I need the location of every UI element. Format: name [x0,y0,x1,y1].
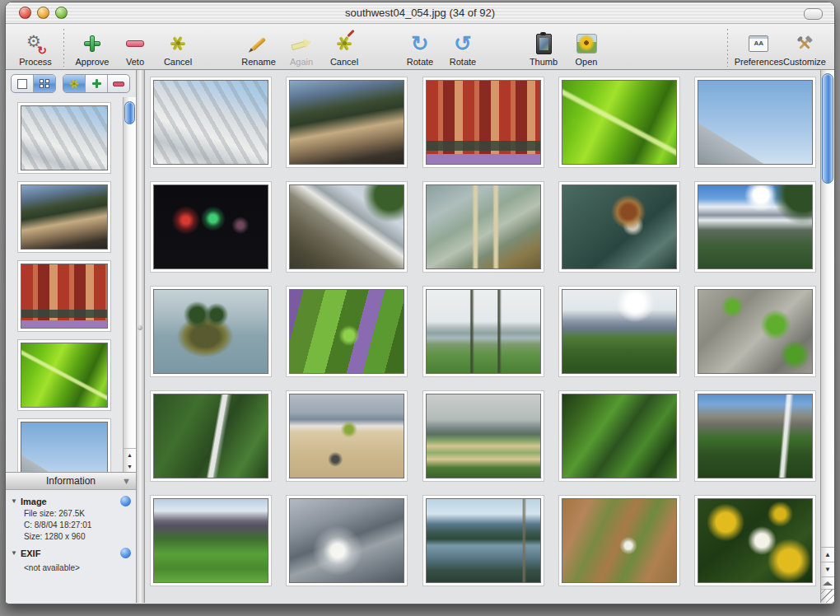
main-scrollbar[interactable]: ▲ ▼ [820,70,834,603]
toolbar: ⚙↻ Process Approve Veto Cancel Rename Ag… [6,24,834,70]
sidebar-scrollbar[interactable]: ▲ ▼ [123,97,136,472]
open-sunflower-icon [576,34,597,54]
photo-thumbnail[interactable] [150,390,272,482]
photo [698,394,813,478]
info-icon[interactable] [120,496,131,506]
photo [698,289,813,374]
process-button[interactable]: ⚙↻ Process [14,27,57,67]
scroll-up-button[interactable]: ▲ [821,547,834,562]
sidebar-thumbnail[interactable] [17,339,111,411]
cancel-rename-icon [335,35,353,53]
rotate-cw-button[interactable]: ↻ Rotate [399,27,441,67]
scroll-down-button[interactable]: ▼ [821,562,834,576]
photo-thumbnail[interactable] [558,495,680,586]
sidebar-splitter[interactable] [137,70,145,603]
veto-button[interactable]: Veto [114,27,156,67]
grid-view-button[interactable] [34,75,55,92]
photo [698,498,813,583]
info-icon[interactable] [120,548,131,558]
dimensions-value: Size: 1280 x 960 [11,531,131,543]
photo [562,394,677,478]
sidebar: ▲ ▼ Information ▼ ▼ Image File size: 267… [6,70,137,603]
information-panel: ▼ Image File size: 267.5K C: 8/8/04 18:2… [6,490,136,603]
photo-thumbnail[interactable] [422,181,544,273]
cancel-button[interactable]: Cancel [156,27,199,67]
photo-thumbnail[interactable] [422,77,544,168]
photo-thumbnail[interactable] [422,286,544,377]
rotate-counterclockwise-icon: ↺ [454,33,472,54]
photo-thumbnail[interactable] [558,286,680,377]
photo-thumbnail[interactable] [286,390,408,482]
single-square-icon [17,79,27,89]
photo-thumbnail[interactable] [558,181,680,273]
grid-squares-icon [40,79,49,89]
open-button[interactable]: Open [565,27,608,67]
again-arrow-icon [291,35,312,53]
photo [698,184,813,269]
photo [289,184,404,269]
sidebar-thumbnail[interactable] [17,181,111,253]
customize-button[interactable]: Customize [783,27,826,67]
toolbar-toggle-button[interactable] [804,8,823,20]
photo [21,343,108,408]
view-mode-segmented-control [11,74,56,93]
sidebar-thumbnail[interactable] [17,260,111,332]
rename-pencil-icon [248,34,269,54]
photo-thumbnail[interactable] [558,77,680,168]
photo [426,289,541,374]
photo-thumbnail[interactable] [150,77,272,168]
main-scroll-thumb[interactable] [822,73,833,184]
photo-thumbnail[interactable] [694,77,816,168]
collapse-triangle-icon[interactable]: ▼ [122,476,131,486]
cancel-rename-button[interactable]: Cancel [323,27,366,67]
photo-thumbnail[interactable] [694,181,816,273]
rename-button[interactable]: Rename [237,27,280,67]
approve-button[interactable]: Approve [71,27,114,67]
disclosure-triangle-icon[interactable]: ▼ [11,549,17,557]
photo-thumbnail[interactable] [150,286,272,377]
photo-thumbnail[interactable] [694,495,816,586]
approve-plus-icon [83,35,101,53]
photo-thumbnail[interactable] [286,495,408,586]
photo-grid [145,70,820,603]
window-resize-grip[interactable] [821,589,834,603]
photo [289,80,404,165]
photo [289,498,404,583]
photo-thumbnail[interactable] [694,390,816,482]
thumb-button[interactable]: Thumb [522,27,565,67]
app-window: southwest04_054.jpg (34 of 92) ⚙↻ Proces… [5,2,835,604]
sidebar-thumbnail[interactable] [17,418,111,472]
photo-thumbnail[interactable] [150,181,272,273]
thumbnail-size-widget[interactable] [821,576,834,589]
filter-cancel-button[interactable] [63,75,86,92]
photo-thumbnail[interactable] [558,390,680,482]
information-header[interactable]: Information ▼ [6,472,136,490]
exif-section-header[interactable]: ▼ EXIF [11,546,131,560]
photo [562,184,677,269]
single-view-button[interactable] [12,75,34,92]
filter-veto-button[interactable] [108,75,129,92]
rotate-ccw-button[interactable]: ↺ Rotate [441,27,484,67]
photo [289,289,404,374]
photo-thumbnail[interactable] [286,181,408,273]
photo [426,80,541,165]
filter-approve-button[interactable] [86,75,108,92]
photo-thumbnail[interactable] [694,286,816,377]
photo [21,422,108,472]
photo-thumbnail[interactable] [150,495,272,586]
preferences-button[interactable]: Preferences [735,27,783,67]
title-bar[interactable]: southwest04_054.jpg (34 of 92) [6,2,834,24]
sidebar-thumbnail[interactable] [17,102,111,174]
photo-thumbnail[interactable] [422,495,544,586]
sidebar-scroll-up-button[interactable]: ▲ [124,449,136,460]
image-section-header[interactable]: ▼ Image [11,494,131,508]
photo-thumbnail[interactable] [286,77,408,168]
sidebar-scroll-thumb[interactable] [124,101,135,124]
again-button[interactable]: Again [280,27,323,67]
photo [153,80,268,165]
photo [698,80,813,165]
photo-thumbnail[interactable] [422,390,544,482]
photo-thumbnail[interactable] [286,286,408,377]
disclosure-triangle-icon[interactable]: ▼ [11,497,17,505]
sidebar-scroll-down-button[interactable]: ▼ [124,460,136,472]
